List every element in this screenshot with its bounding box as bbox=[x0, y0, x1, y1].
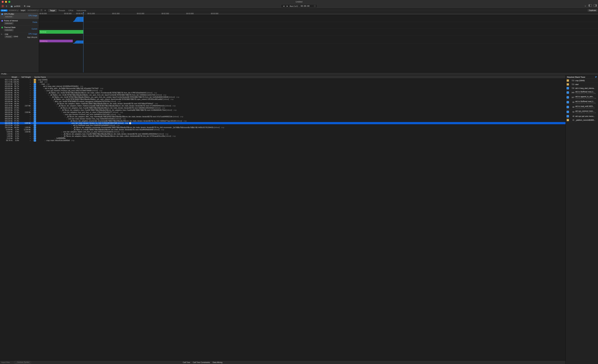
disclosure-icon[interactable]: ▿ bbox=[45, 90, 46, 91]
disclosure-icon[interactable]: ▹ bbox=[55, 138, 56, 139]
prev-run-button[interactable]: ◀ bbox=[282, 5, 285, 7]
disclosure-icon[interactable]: ▹ bbox=[71, 125, 73, 126]
disclosure-icon[interactable]: ▹ bbox=[61, 136, 63, 137]
table-row[interactable]: 606.08 Mc97.3%–-👤▿_$LT$core..iter..adapt… bbox=[0, 120, 565, 122]
table-row[interactable]: 620.89 Mc99.7%–-👤▿_$LT$alloc..vec..Vec$L… bbox=[0, 96, 565, 98]
disclosure-icon[interactable]: ▿ bbox=[43, 88, 44, 89]
disclosure-icon[interactable]: ▿ bbox=[61, 112, 63, 113]
stack-trace-item[interactable]: 🗂723start bbox=[566, 82, 598, 86]
goto-icon[interactable]: ➜ bbox=[129, 122, 131, 124]
track-item[interactable]: CPU ProfilerInstrumentCPU Usage bbox=[0, 12, 39, 19]
tab-instruments[interactable]: Instruments bbox=[75, 9, 88, 12]
detail-selector[interactable]: Profile bbox=[0, 72, 598, 75]
zoom-button[interactable] bbox=[8, 1, 10, 3]
disclosure-icon[interactable]: ⧉ bbox=[1, 33, 2, 35]
table-row[interactable]: 622.71 Mc100.0%–-🗂▿startdyld bbox=[0, 81, 565, 83]
tab-target[interactable]: Target bbox=[48, 9, 57, 12]
disclosure-icon[interactable]: ▿ bbox=[48, 94, 50, 96]
filter-any-pill[interactable]: ☰ ANY bbox=[1, 9, 8, 11]
track-item[interactable]: ⧉〉crapProcess33640CPU UsageApp Lifecycle bbox=[0, 32, 39, 39]
table-row[interactable]: 620.95 Mc99.7%–-👤▿std::rt::lang_start::_… bbox=[0, 87, 565, 89]
table-row[interactable]: 608.08 Mc97.6%–-👤▿_$LT$core..iter..adapt… bbox=[0, 109, 565, 111]
clear-filter-icon[interactable]: ⊗ bbox=[44, 9, 46, 11]
option-call-tree-constraints[interactable]: Call Tree Constraints bbox=[193, 361, 210, 363]
close-button[interactable] bbox=[2, 1, 4, 3]
disclosure-icon[interactable]: ▿ bbox=[55, 103, 56, 105]
involves-symbol-chip[interactable]: ⌄ Involves Symbol bbox=[14, 361, 31, 364]
table-row[interactable]: 620.95 Mc99.7%–-👤▿core::ops::function::F… bbox=[0, 89, 565, 92]
filter-attribute[interactable]: ATTRIBUTE ⌄ bbox=[8, 9, 19, 12]
stack-trace-item[interactable]: 🗂723crap (33640) bbox=[566, 79, 598, 82]
table-row[interactable]: 620.89 Mc99.7%–-👤▿alloc::vec::Vec$LT$T$C… bbox=[0, 100, 565, 103]
tab-threads[interactable]: Threads bbox=[57, 9, 67, 12]
pause-button[interactable]: ⏸ bbox=[5, 5, 8, 8]
table-row[interactable]: 608.08 Mc97.6%–-👤▿_$LT$core..iter..adapt… bbox=[0, 107, 565, 109]
table-row[interactable]: 618.76 Mc99.3%2.67 Mc-👤▿_$LT$core..iter.… bbox=[0, 105, 565, 107]
target-breadcrumb[interactable]: 💻 pc3018 〉 ⧉ crap bbox=[10, 5, 31, 8]
table-row[interactable]: 1.00 Mc0.1%–-👤▹_$LT$core..iter..adapters… bbox=[0, 135, 565, 137]
rpanel-toggle-icon[interactable]: ⇄ bbox=[595, 76, 597, 78]
disclosure-icon[interactable]: ▿ bbox=[65, 116, 66, 118]
table-row[interactable]: 606.08 Mc97.3%–-👤▿_$LT$core..iter..adapt… bbox=[0, 115, 565, 118]
filter-target[interactable]: target bbox=[20, 9, 26, 12]
disclosure-icon[interactable]: ▿ bbox=[68, 120, 69, 122]
disclosure-icon[interactable]: ▿ bbox=[66, 118, 68, 120]
stack-trace-item[interactable]: 👤48std::sys::pal::unix::memc... bbox=[566, 114, 598, 118]
table-row[interactable]: 6.00 Mc0.9%2.00 Mc-👤▹core::iter::adapter… bbox=[0, 131, 565, 133]
input-filter[interactable] bbox=[1, 361, 11, 363]
stack-trace-item[interactable]: 🗂41_platform_memchr$VARI... bbox=[566, 118, 598, 122]
playhead[interactable] bbox=[83, 12, 83, 72]
disclosure-icon[interactable]: ▿ bbox=[70, 122, 71, 124]
disclosure-icon[interactable]: ▹ bbox=[45, 140, 46, 141]
info-icon[interactable]: ⓘ bbox=[314, 5, 316, 7]
track-item[interactable]: Points of InterestInstrumentPoints bbox=[0, 19, 39, 26]
option-data-mining[interactable]: Data Mining bbox=[213, 361, 222, 363]
table-row[interactable]: 606.08 Mc97.3%–-👤▿core::iter::traits::it… bbox=[0, 118, 565, 120]
stack-trace-item[interactable]: 👤167std::io::append_to_strin.../rustc/ae… bbox=[566, 95, 598, 100]
table-row[interactable]: 620.89 Mc99.7%–-👤▿_$LT$alloc..vec..Vec$L… bbox=[0, 98, 565, 100]
column-self-weight[interactable]: Self Weight bbox=[20, 76, 32, 78]
column-symbol[interactable]: Symbol Name bbox=[32, 76, 565, 78]
disclosure-icon[interactable]: ▹ bbox=[71, 129, 73, 130]
table-row[interactable]: 620.89 Mc99.7%–-👤▿_$LT$alloc..vec..Vec$L… bbox=[0, 92, 565, 94]
disclosure-icon[interactable]: ▹ bbox=[61, 131, 63, 133]
disclosure-icon[interactable]: ▿ bbox=[40, 83, 41, 85]
table-row[interactable]: 1.00 Mc0.1%–-👤▹_$LT$core..iter..adapters… bbox=[0, 133, 565, 135]
table-row[interactable]: 58.76 Kc0.0%–-👤▹crap::main::hfdcdf15b10b… bbox=[0, 139, 565, 142]
stack-trace-item[interactable]: 👤50std::sys_common::mem.../rustc/aedd173… bbox=[566, 110, 598, 114]
disclosure-icon[interactable]: ▿ bbox=[58, 107, 59, 109]
disclosure-icon[interactable]: ▿ bbox=[46, 92, 48, 94]
stack-trace-item[interactable]: 👤720std::rt::lang_start_interna... bbox=[566, 86, 598, 90]
filter-instrument[interactable]: INSTRUMENT ⌄ bbox=[27, 9, 39, 12]
table-row[interactable]: 606.08 Mc97.3%6.88 Mc-👤▿core::iter::trai… bbox=[0, 122, 565, 124]
table-row[interactable]: 620.95 Mc99.7%–-👤std::rt::lang_start_int… bbox=[0, 85, 565, 87]
disclosure-icon[interactable]: ▿ bbox=[63, 114, 64, 115]
lane-points-of-interest[interactable] bbox=[39, 22, 598, 29]
lane-process[interactable]: Initializing bbox=[39, 35, 598, 44]
table-row[interactable]: 622.71 Mc100.0%–-🗂▿crap (33640) bbox=[0, 79, 565, 81]
table-row[interactable]: 13.94 Mc2.2%12.94 Mc-👤▹_$LT$std..io..Lin… bbox=[0, 129, 565, 131]
next-run-button[interactable]: ▶ bbox=[286, 5, 289, 7]
stack-trace-item[interactable]: 👤349std::io::BufRead::read_li.../rustc/a… bbox=[566, 90, 598, 95]
chevron-right-icon[interactable]: 〉 bbox=[3, 33, 4, 35]
column-weight[interactable]: Weight ⌄ bbox=[0, 76, 20, 78]
toggle-left-panel-button[interactable] bbox=[589, 4, 592, 7]
disclosure-icon[interactable]: ▹ bbox=[71, 127, 73, 128]
table-row[interactable]: 606.08 Mc97.3%2.00 Mc-👤▿core::iter::adap… bbox=[0, 111, 565, 113]
disclosure-icon[interactable]: ▿ bbox=[56, 105, 58, 107]
table-row[interactable]: 2.13 Mc0.3%–-👤▹0xfffffffffffffffe bbox=[0, 137, 565, 139]
disclosure-icon[interactable]: ▹ bbox=[61, 133, 63, 135]
table-row[interactable]: 606.08 Mc97.3%–-👤▿core::ops::function::F… bbox=[0, 113, 565, 115]
track-item[interactable]: Thermal StateInstrumentCurrent bbox=[0, 26, 39, 32]
stack-trace-item[interactable]: 👤68std::io::read_until::h023.../rustc/ae… bbox=[566, 105, 598, 110]
lane-cpu-profiler[interactable] bbox=[39, 15, 598, 22]
table-row[interactable]: 293.23 Mc47.0%–-👤▹std::io::BufRead::read… bbox=[0, 124, 565, 126]
disclosure-icon[interactable]: ▿ bbox=[53, 101, 54, 102]
stack-trace-item[interactable]: 👤68std::io::BufRead::read_li.../rustc/ae… bbox=[566, 100, 598, 105]
table-row[interactable]: 620.95 Mc99.7%–-👤▿maincrap bbox=[0, 83, 565, 85]
duplicate-button[interactable]: Duplicate bbox=[588, 9, 597, 12]
table-row[interactable]: 292.03 Mc46.8%1.00 Mc-👤▹_$LT$core..iter.… bbox=[0, 126, 565, 129]
filter-star[interactable]: * bbox=[40, 9, 43, 12]
disclosure-icon[interactable]: ▿ bbox=[36, 79, 38, 81]
disclosure-icon[interactable]: ▿ bbox=[38, 81, 39, 83]
